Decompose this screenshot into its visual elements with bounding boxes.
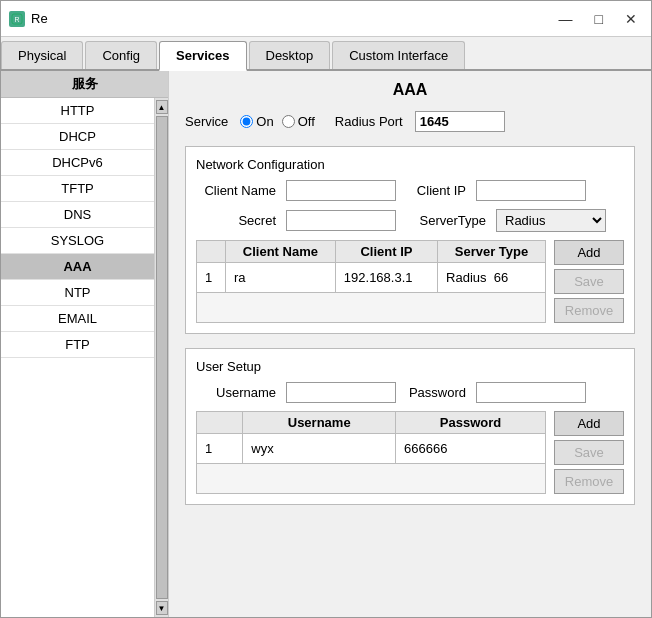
- table-row: 1 ra 192.168.3.1 Radius 66: [197, 263, 546, 293]
- tab-config[interactable]: Config: [85, 41, 157, 69]
- client-ip-input[interactable]: [476, 180, 586, 201]
- main-panel: AAA Service On Off Radius Port: [169, 71, 651, 617]
- user-row-index: 1: [197, 434, 243, 464]
- user-table-row: 1 wyx 666666: [197, 434, 546, 464]
- user-setup-section: User Setup Username Password Username Pa…: [185, 348, 635, 505]
- tab-custom-interface[interactable]: Custom Interface: [332, 41, 465, 69]
- sidebar-item-dhcpv6[interactable]: DHCPv6: [1, 150, 154, 176]
- svg-text:R: R: [14, 16, 19, 23]
- main-window: R Re — □ ✕ Physical Config Services Desk…: [0, 0, 652, 618]
- radio-off-input[interactable]: [282, 115, 295, 128]
- user-col-username: Username: [243, 412, 396, 434]
- table-row-empty: [197, 293, 546, 323]
- col-server-type: Server Type: [438, 241, 546, 263]
- server-type-select[interactable]: Radius TACACS+: [496, 209, 606, 232]
- radio-off-label: Off: [298, 114, 315, 129]
- network-config-table: Client Name Client IP Server Type 1 ra 1…: [196, 240, 546, 323]
- client-name-input[interactable]: [286, 180, 396, 201]
- radius-port-label: Radius Port: [335, 114, 403, 129]
- sidebar-item-dhcp[interactable]: DHCP: [1, 124, 154, 150]
- user-col-index: [197, 412, 243, 434]
- radio-off-option[interactable]: Off: [282, 114, 315, 129]
- minimize-button[interactable]: —: [553, 9, 579, 29]
- maximize-button[interactable]: □: [589, 9, 609, 29]
- server-type-label: ServerType: [406, 213, 486, 228]
- network-add-button[interactable]: Add: [554, 240, 624, 265]
- user-save-button[interactable]: Save: [554, 440, 624, 465]
- col-client-ip: Client IP: [335, 241, 437, 263]
- client-ip-label: Client IP: [406, 183, 466, 198]
- sidebar-item-ntp[interactable]: NTP: [1, 280, 154, 306]
- user-setup-table-container: Username Password 1 wyx 666666: [196, 411, 624, 494]
- service-radio-group: On Off: [240, 114, 314, 129]
- network-config-form-row2: Secret ServerType Radius TACACS+: [196, 209, 624, 232]
- window-title: Re: [31, 11, 48, 26]
- sidebar-item-ftp[interactable]: FTP: [1, 332, 154, 358]
- row-server-type: Radius 66: [438, 263, 546, 293]
- radius-port-input[interactable]: [415, 111, 505, 132]
- user-setup-title: User Setup: [196, 359, 624, 374]
- scroll-up-button[interactable]: ▲: [156, 100, 168, 114]
- network-save-button[interactable]: Save: [554, 269, 624, 294]
- user-setup-actions: Add Save Remove: [554, 411, 624, 494]
- tabs-bar: Physical Config Services Desktop Custom …: [1, 37, 651, 71]
- tab-physical[interactable]: Physical: [1, 41, 83, 69]
- scroll-down-button[interactable]: ▼: [156, 601, 168, 615]
- network-remove-button[interactable]: Remove: [554, 298, 624, 323]
- user-setup-form-row: Username Password: [196, 382, 624, 403]
- sidebar: 服务 HTTP DHCP DHCPv6 TFTP DNS SYSLOG AAA …: [1, 71, 169, 617]
- sidebar-scrollbar: ▲ ▼: [154, 98, 168, 617]
- col-client-name: Client Name: [225, 241, 335, 263]
- window-controls: — □ ✕: [553, 9, 643, 29]
- title-bar: R Re — □ ✕: [1, 1, 651, 37]
- sidebar-item-aaa[interactable]: AAA: [1, 254, 154, 280]
- sidebar-list: HTTP DHCP DHCPv6 TFTP DNS SYSLOG AAA NTP…: [1, 98, 154, 617]
- row-index: 1: [197, 263, 226, 293]
- panel-title: AAA: [185, 81, 635, 99]
- sidebar-item-email[interactable]: EMAIL: [1, 306, 154, 332]
- user-col-password: Password: [396, 412, 546, 434]
- network-config-title: Network Configuration: [196, 157, 624, 172]
- network-config-form-row1: Client Name Client IP: [196, 180, 624, 201]
- user-table-row-empty: [197, 464, 546, 494]
- user-add-button[interactable]: Add: [554, 411, 624, 436]
- scroll-thumb[interactable]: [156, 116, 168, 599]
- radio-on-label: On: [256, 114, 273, 129]
- secret-label: Secret: [196, 213, 276, 228]
- sidebar-item-tftp[interactable]: TFTP: [1, 176, 154, 202]
- radio-on-input[interactable]: [240, 115, 253, 128]
- service-row: Service On Off Radius Port: [185, 111, 635, 132]
- sidebar-item-dns[interactable]: DNS: [1, 202, 154, 228]
- secret-input[interactable]: [286, 210, 396, 231]
- username-label: Username: [196, 385, 276, 400]
- password-label: Password: [406, 385, 466, 400]
- sidebar-inner: HTTP DHCP DHCPv6 TFTP DNS SYSLOG AAA NTP…: [1, 98, 168, 617]
- col-index: [197, 241, 226, 263]
- network-config-section: Network Configuration Client Name Client…: [185, 146, 635, 334]
- tab-services[interactable]: Services: [159, 41, 247, 71]
- row-client-name: ra: [225, 263, 335, 293]
- password-input[interactable]: [476, 382, 586, 403]
- network-config-actions: Add Save Remove: [554, 240, 624, 323]
- sidebar-header: 服务: [1, 71, 168, 98]
- network-config-table-container: Client Name Client IP Server Type 1 ra 1…: [196, 240, 624, 323]
- username-input[interactable]: [286, 382, 396, 403]
- tab-desktop[interactable]: Desktop: [249, 41, 331, 69]
- user-setup-table: Username Password 1 wyx 666666: [196, 411, 546, 494]
- service-label: Service: [185, 114, 228, 129]
- sidebar-item-syslog[interactable]: SYSLOG: [1, 228, 154, 254]
- app-icon: R: [9, 11, 25, 27]
- client-name-label: Client Name: [196, 183, 276, 198]
- title-bar-left: R Re: [9, 11, 48, 27]
- user-row-password: 666666: [396, 434, 546, 464]
- content-area: 服务 HTTP DHCP DHCPv6 TFTP DNS SYSLOG AAA …: [1, 71, 651, 617]
- sidebar-item-http[interactable]: HTTP: [1, 98, 154, 124]
- row-client-ip: 192.168.3.1: [335, 263, 437, 293]
- radio-on-option[interactable]: On: [240, 114, 273, 129]
- user-row-username: wyx: [243, 434, 396, 464]
- user-remove-button[interactable]: Remove: [554, 469, 624, 494]
- close-button[interactable]: ✕: [619, 9, 643, 29]
